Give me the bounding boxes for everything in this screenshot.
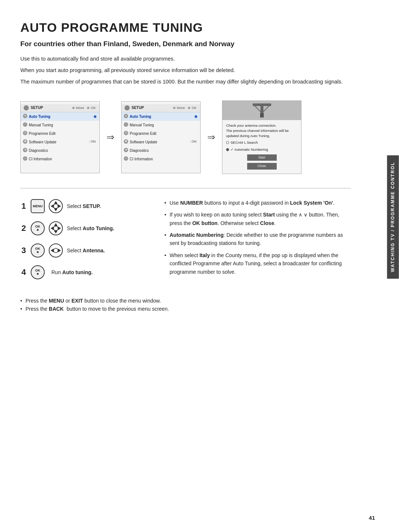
step3-text: Select Antenna.: [67, 248, 105, 253]
menu-item-4: ◈Diagnostics: [21, 146, 99, 155]
antenna-icon: [251, 102, 273, 119]
menu-item-5: ◇CI Information: [122, 155, 200, 163]
svg-marker-7: [54, 208, 58, 211]
step2-text: Select Auto Tuning.: [67, 225, 114, 231]
note-3: Automatic Numbering: Decide whether to u…: [164, 231, 351, 248]
menu-icon-1: ○: [23, 122, 27, 127]
step-row-3: 3 OK✱ Select Antenna.: [20, 243, 150, 258]
screen1-title: SETUP: [31, 106, 43, 110]
screen3-option2: ✓ Automatic Numbering: [226, 147, 297, 152]
svg-marker-19: [58, 249, 61, 252]
screen3-top: [222, 101, 301, 120]
menu-icon-3: ◉: [23, 139, 27, 144]
svg-rect-0: [260, 113, 264, 117]
intro-p1: Use this to automatically find and store…: [20, 55, 351, 63]
svg-marker-18: [51, 249, 54, 252]
steps-section: 1 MENU Select SETUP. 2 OK✱: [20, 199, 351, 287]
step2-dpad-icon: [48, 221, 63, 236]
step1-menu-btn[interactable]: MENU: [31, 199, 45, 213]
menu-item-2: ◎Programme Edit: [122, 129, 200, 138]
screen1-nav-ok: ⊕ OK: [87, 106, 96, 110]
note-2: If you wish to keep on auto tuning selec…: [164, 211, 351, 227]
screen2-header: SETUP ⊕ Move ⊕ OK: [122, 104, 200, 112]
screen3-start-btn[interactable]: Start: [247, 154, 277, 161]
note-1: Use NUMBER buttons to input a 4-digit pa…: [164, 199, 351, 207]
arrow2: ⇒: [207, 132, 215, 143]
step-number-2: 2: [20, 224, 27, 233]
step-number-3: 3: [20, 246, 27, 255]
svg-marker-15: [58, 226, 61, 230]
page-title: AUTO PROGRAMME TUNING: [20, 20, 351, 35]
screens-section: SETUP ⊕ Move ⊕ OK ●Auto Tuning○Manual Tu…: [20, 100, 351, 174]
menu-icon-3: ◉: [124, 139, 128, 144]
menu-icon-5: ◇: [23, 156, 27, 161]
side-tab: WATCHING TV / PROGRAMME CONTROL: [387, 155, 399, 279]
step-row-2: 2 OK✱ Select Auto Tuning.: [20, 221, 150, 236]
notes-list: Use NUMBER buttons to input a 4-digit pa…: [164, 199, 351, 276]
screen2-nav-move: ⊕ Move: [173, 106, 185, 110]
screen3-option1-label: SECAM L Search: [231, 140, 258, 145]
footer-area: Press the MENU or EXIT button to close t…: [20, 298, 351, 312]
svg-marker-13: [54, 231, 58, 233]
svg-rect-4: [260, 105, 263, 113]
screen2-title: SETUP: [132, 106, 144, 110]
step-number-1: 1: [20, 201, 27, 211]
svg-marker-12: [54, 223, 58, 226]
steps-left: 1 MENU Select SETUP. 2 OK✱: [20, 199, 150, 287]
menu-icon-1: ○: [124, 122, 128, 127]
menu-item-1: ○Manual Tuning: [21, 121, 99, 129]
footer-note-2: Press the BACK button to move to the pre…: [20, 306, 331, 312]
screen2-nav: ⊕ Move ⊕ OK: [173, 106, 197, 110]
step1-dpad-icon: [48, 199, 63, 214]
screen3-close-btn[interactable]: Close: [247, 163, 277, 170]
note-4: When select Italy in the County menu, if…: [164, 251, 351, 276]
radio-autonumber: [226, 148, 229, 151]
footer-note-1: Press the MENU or EXIT button to close t…: [20, 298, 331, 304]
step-row-4: 4 OK✱ Run Auto tuning.: [20, 265, 150, 279]
svg-marker-14: [51, 226, 54, 230]
step4-ok-btn[interactable]: OK✱: [31, 265, 45, 279]
menu-icon-0: ●: [124, 114, 128, 118]
menu-item-3: ◉Software Update: ON: [21, 138, 99, 146]
screen1-icon: [24, 105, 29, 110]
step3-ok-btn[interactable]: OK✱: [31, 243, 45, 258]
footer-notes: Press the MENU or EXIT button to close t…: [20, 298, 351, 312]
menu-item-0: ●Auto Tuning: [21, 112, 99, 121]
screen3-option2-label: ✓ Automatic Numbering: [231, 147, 268, 152]
menu-item-3: ◉Software Update: ON: [122, 138, 200, 146]
screen2-nav-ok: ⊕ OK: [188, 106, 197, 110]
svg-point-16: [54, 226, 58, 231]
step1-text: Select SETUP.: [67, 203, 101, 209]
screen2-menu: ●Auto Tuning○Manual Tuning◎Programme Edi…: [122, 112, 200, 163]
intro-p2: When you start auto programming, all pre…: [20, 66, 351, 75]
screen2-header-left: SETUP: [125, 105, 144, 110]
step-row-1: 1 MENU Select SETUP.: [20, 199, 150, 214]
step3-dpad-icon: [48, 243, 63, 258]
menu-icon-4: ◈: [23, 148, 27, 152]
screen1-header-left: SETUP: [24, 105, 43, 110]
step-number-4: 4: [20, 267, 27, 277]
steps-right: Use NUMBER buttons to input a 4-digit pa…: [164, 199, 351, 287]
step4-text: Run Auto tuning.: [51, 269, 93, 275]
main-content: AUTO PROGRAMME TUNING For countries othe…: [20, 0, 377, 312]
menu-item-1: ○Manual Tuning: [122, 121, 200, 129]
screen3-check-text: Check your antenna connection.: [226, 123, 297, 128]
screen1: SETUP ⊕ Move ⊕ OK ●Auto Tuning○Manual Tu…: [20, 101, 100, 173]
svg-marker-6: [54, 201, 58, 204]
screen1-menu: ●Auto Tuning○Manual Tuning◎Programme Edi…: [21, 112, 99, 163]
screen1-nav-move: ⊕ Move: [72, 106, 84, 110]
screen2-icon: [125, 105, 130, 110]
screen3-option1: SECAM L Search: [226, 140, 297, 145]
menu-item-5: ◇CI Information: [21, 155, 99, 163]
screen2: SETUP ⊕ Move ⊕ OK ●Auto Tuning○Manual Tu…: [121, 101, 201, 173]
divider: [20, 188, 351, 188]
arrow1: ⇒: [106, 132, 115, 143]
radio-secam: [226, 141, 229, 144]
page-number: 41: [369, 515, 375, 521]
menu-item-4: ◈Diagnostics: [122, 146, 200, 155]
svg-marker-8: [51, 204, 54, 208]
menu-item-2: ◎Programme Edit: [21, 129, 99, 138]
step2-ok-btn[interactable]: OK✱: [31, 221, 45, 235]
menu-icon-2: ◎: [124, 131, 128, 135]
menu-icon-0: ●: [23, 114, 27, 118]
